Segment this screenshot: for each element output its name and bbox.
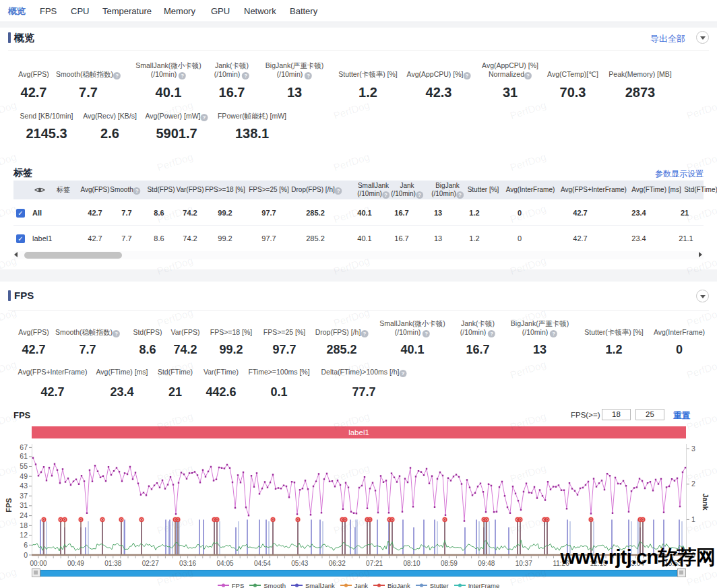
svg-text:49: 49: [20, 472, 28, 480]
svg-text:18: 18: [20, 521, 28, 529]
svg-text:24: 24: [20, 511, 28, 519]
svg-text:37: 37: [20, 492, 28, 500]
svg-text:12: 12: [20, 531, 28, 539]
svg-text:43: 43: [20, 482, 28, 490]
svg-text:55: 55: [20, 462, 28, 470]
svg-text:08:10: 08:10: [403, 560, 420, 567]
svg-text:6: 6: [24, 541, 28, 549]
svg-text:02:27: 02:27: [142, 560, 159, 567]
svg-text:00:49: 00:49: [67, 560, 84, 567]
svg-text:08:59: 08:59: [441, 560, 458, 567]
svg-text:01:38: 01:38: [104, 560, 121, 567]
svg-text:06:32: 06:32: [329, 560, 346, 567]
svg-text:61: 61: [20, 452, 28, 460]
svg-text:07:21: 07:21: [366, 560, 383, 567]
svg-text:05:43: 05:43: [291, 560, 308, 567]
svg-text:67: 67: [20, 443, 28, 451]
svg-text:31: 31: [20, 501, 28, 509]
svg-text:09:48: 09:48: [478, 560, 495, 567]
svg-text:00:00: 00:00: [30, 560, 46, 567]
svg-text:0: 0: [24, 551, 28, 559]
svg-text:Jank: Jank: [702, 493, 710, 511]
svg-text:04:54: 04:54: [254, 560, 271, 567]
svg-text:10:37: 10:37: [516, 560, 532, 567]
svg-text:3: 3: [691, 445, 695, 453]
svg-text:FPS: FPS: [5, 498, 13, 512]
svg-text:04:05: 04:05: [216, 560, 233, 567]
